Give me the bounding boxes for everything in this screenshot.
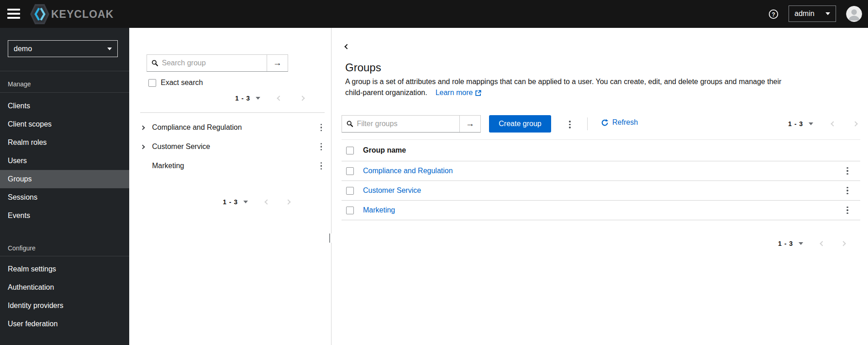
toolbar-kebab-menu-icon[interactable] bbox=[566, 118, 573, 131]
search-submit-button[interactable]: → bbox=[267, 55, 288, 71]
realm-selector[interactable]: demo bbox=[8, 40, 118, 57]
tree-pagination-bottom-toggle[interactable]: 1 - 3 bbox=[218, 196, 253, 208]
tree-item-customer-service[interactable]: Customer Service bbox=[135, 137, 325, 156]
column-header-group-name: Group name bbox=[363, 146, 835, 154]
nav-section-configure: Configure bbox=[8, 244, 36, 252]
select-all-checkbox[interactable] bbox=[346, 147, 354, 154]
pagination-prev-button[interactable] bbox=[826, 119, 841, 128]
avatar[interactable] bbox=[846, 6, 862, 22]
keycloak-admin-console: KEYCLOAK ? admin demo Manage bbox=[0, 0, 868, 345]
svg-text:?: ? bbox=[772, 11, 775, 18]
keycloak-logo[interactable]: KEYCLOAK bbox=[30, 4, 114, 25]
sidebar-item-groups[interactable]: Groups bbox=[0, 170, 129, 188]
group-tree-panel bbox=[129, 28, 331, 345]
search-icon bbox=[347, 120, 353, 127]
user-dropdown[interactable]: admin bbox=[789, 5, 836, 22]
pagination-prev-button[interactable] bbox=[272, 94, 287, 103]
external-link-icon bbox=[475, 90, 481, 96]
logo-wordmark: KEYCLOAK bbox=[51, 8, 114, 21]
kebab-menu-icon[interactable] bbox=[318, 159, 325, 173]
row-kebab-menu-icon[interactable] bbox=[844, 184, 851, 197]
page-description-line1: A group is a set of attributes and role … bbox=[345, 76, 781, 87]
divider bbox=[140, 112, 325, 113]
chevron-down-icon bbox=[826, 12, 830, 15]
sidebar-item-events[interactable]: Events bbox=[0, 207, 129, 225]
row-checkbox[interactable] bbox=[346, 207, 354, 214]
row-kebab-menu-icon[interactable] bbox=[844, 204, 851, 217]
filter-submit-button[interactable]: → bbox=[459, 116, 480, 132]
tree-item-marketing[interactable]: Marketing bbox=[135, 156, 325, 175]
chevron-down-icon bbox=[256, 97, 260, 100]
sidebar-item-sessions[interactable]: Sessions bbox=[0, 188, 129, 207]
kebab-menu-icon[interactable] bbox=[318, 121, 325, 134]
sidebar-item-clients[interactable]: Clients bbox=[0, 97, 129, 115]
refresh-button[interactable]: Refresh bbox=[601, 118, 638, 127]
pagination-range: 1 - 3 bbox=[235, 95, 250, 102]
expand-chevron-icon[interactable] bbox=[135, 145, 150, 149]
chevron-down-icon bbox=[107, 48, 112, 50]
pagination-next-button[interactable] bbox=[836, 239, 851, 248]
group-link[interactable]: Customer Service bbox=[363, 186, 421, 194]
kebab-menu-icon[interactable] bbox=[318, 140, 325, 154]
table-pagination-bottom-toggle[interactable]: 1 - 3 bbox=[773, 237, 808, 250]
learn-more-link[interactable]: Learn more bbox=[436, 87, 481, 98]
refresh-label: Refresh bbox=[612, 118, 638, 127]
row-kebab-menu-icon[interactable] bbox=[844, 165, 851, 178]
keycloak-logo-icon bbox=[30, 4, 49, 25]
expand-chevron-icon[interactable] bbox=[135, 126, 150, 129]
description-text: child-parent organization. bbox=[345, 87, 427, 98]
tree-pagination-top: 1 - 3 bbox=[231, 92, 310, 105]
chevron-down-icon bbox=[799, 242, 803, 245]
username-label: admin bbox=[794, 10, 815, 18]
create-group-button[interactable]: Create group bbox=[489, 115, 551, 133]
row-checkbox[interactable] bbox=[346, 167, 354, 175]
sidebar-item-identity-providers[interactable]: Identity providers bbox=[0, 297, 129, 315]
page-title: Groups bbox=[345, 61, 381, 74]
sidebar-item-client-scopes[interactable]: Client scopes bbox=[0, 115, 129, 133]
help-icon[interactable]: ? bbox=[768, 9, 779, 19]
table-row: Compliance and Regulation bbox=[342, 161, 860, 181]
group-link[interactable]: Marketing bbox=[363, 206, 395, 214]
sidebar-item-realm-roles[interactable]: Realm roles bbox=[0, 133, 129, 152]
masthead: KEYCLOAK ? admin bbox=[0, 0, 868, 28]
sidebar-nav: demo Manage Clients Client scopes Realm … bbox=[0, 28, 129, 345]
filter-groups-box: → bbox=[342, 115, 481, 133]
tree-item-label[interactable]: Compliance and Regulation bbox=[150, 123, 318, 132]
table-row: Customer Service bbox=[342, 181, 860, 201]
filter-groups-input[interactable] bbox=[357, 120, 455, 128]
pagination-prev-button[interactable] bbox=[815, 239, 830, 248]
exact-search-option: Exact search bbox=[148, 79, 203, 87]
group-search-input[interactable] bbox=[162, 59, 262, 67]
sidebar-item-user-federation[interactable]: User federation bbox=[0, 315, 129, 333]
collapse-tree-button[interactable] bbox=[342, 40, 352, 52]
nav-section-manage: Manage bbox=[8, 80, 31, 88]
pagination-prev-button[interactable] bbox=[260, 197, 274, 207]
tree-pagination-top-toggle[interactable]: 1 - 3 bbox=[231, 92, 265, 105]
sidebar-item-authentication[interactable]: Authentication bbox=[0, 278, 129, 297]
divider bbox=[587, 117, 588, 130]
nav-toggle-button[interactable] bbox=[7, 9, 20, 19]
table-row: Marketing bbox=[342, 201, 860, 220]
pagination-range: 1 - 3 bbox=[223, 198, 238, 206]
pagination-range: 1 - 3 bbox=[778, 240, 793, 247]
pagination-next-button[interactable] bbox=[295, 94, 310, 103]
chevron-down-icon bbox=[809, 122, 813, 125]
chevron-down-icon bbox=[243, 201, 248, 203]
tree-item-label[interactable]: Customer Service bbox=[150, 143, 318, 151]
group-search-box: → bbox=[147, 54, 288, 72]
table-header-row: Group name bbox=[342, 139, 860, 161]
tree-item-label[interactable]: Marketing bbox=[150, 162, 318, 170]
sidebar-item-realm-settings[interactable]: Realm settings bbox=[0, 260, 129, 278]
tree-item-compliance-and-regulation[interactable]: Compliance and Regulation bbox=[135, 118, 325, 137]
table-pagination-bottom: 1 - 3 bbox=[773, 237, 851, 250]
search-icon bbox=[152, 59, 158, 67]
row-checkbox[interactable] bbox=[346, 187, 354, 195]
sidebar-item-users[interactable]: Users bbox=[0, 152, 129, 170]
pagination-range: 1 - 3 bbox=[788, 120, 803, 127]
exact-search-checkbox[interactable] bbox=[148, 79, 156, 87]
group-link[interactable]: Compliance and Regulation bbox=[363, 167, 453, 175]
divider bbox=[0, 256, 129, 256]
pagination-next-button[interactable] bbox=[281, 197, 295, 207]
table-pagination-top-toggle[interactable]: 1 - 3 bbox=[784, 117, 818, 130]
pagination-next-button[interactable] bbox=[848, 119, 863, 128]
